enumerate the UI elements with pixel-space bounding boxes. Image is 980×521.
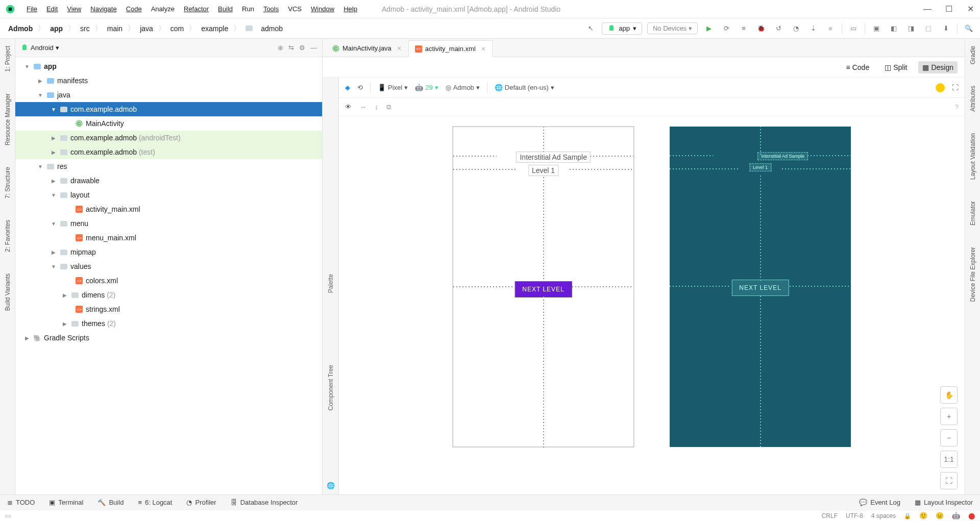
crumb-java[interactable]: java [137, 23, 156, 34]
pan-button[interactable]: ✋ [940, 386, 958, 404]
tree-java[interactable]: ▼java [15, 88, 322, 102]
attach-debugger-icon[interactable]: ⇣ [807, 22, 819, 35]
tree-manifests[interactable]: ▶manifests [15, 73, 322, 88]
crumb-example[interactable]: example [198, 23, 231, 34]
coverage-icon[interactable]: ↺ [772, 22, 785, 35]
project-view-selector[interactable]: Android ▾ [20, 44, 59, 52]
design-preview-light[interactable]: Interstitial Ad Sample Level 1 NEXT LEVE… [453, 127, 634, 447]
tree-package-test[interactable]: ▶com.example.admob(test) [15, 145, 322, 159]
menu-navigate[interactable]: Navigate [86, 4, 120, 14]
tree-colors-xml[interactable]: <>colors.xml [15, 274, 322, 288]
tree-values[interactable]: ▼values [15, 259, 322, 274]
locate-icon[interactable]: ⊕ [278, 44, 283, 52]
rail-emulator[interactable]: Emulator [969, 198, 976, 229]
rail-structure[interactable]: 7: Structure [4, 164, 11, 202]
tree-mipmap[interactable]: ▶mipmap [15, 245, 322, 259]
design-level-text[interactable]: Level 1 [528, 165, 558, 176]
blueprint-title-text[interactable]: Interstitial Ad Sample [757, 152, 808, 160]
view-design[interactable]: ▦Design [918, 61, 958, 73]
avd-manager-icon[interactable]: ▭ [847, 22, 860, 35]
crumb-com[interactable]: com [167, 23, 187, 34]
palette-tab[interactable]: Palette [327, 274, 334, 293]
app-quality-icon[interactable]: ⬚ [922, 22, 935, 35]
rail-project[interactable]: 1: Project [4, 43, 11, 75]
tree-gradle-scripts[interactable]: ▶Gradle Scripts [15, 331, 322, 345]
component-tree-tab[interactable]: Component Tree [327, 365, 334, 410]
tree-menu[interactable]: ▼menu [15, 216, 322, 231]
status-encoding[interactable]: UTF-8 [846, 512, 863, 519]
settings-icon[interactable]: ⚙ [299, 44, 305, 52]
menu-build[interactable]: Build [214, 4, 237, 14]
status-line-ending[interactable]: CRLF [822, 512, 838, 519]
close-button[interactable]: ✕ [966, 5, 975, 14]
theme-selector[interactable]: ◎ Admob ▾ [446, 84, 480, 91]
tree-dimens[interactable]: ▶dimens(2) [15, 288, 322, 302]
tree-menu-main-xml[interactable]: <>menu_main.xml [15, 231, 322, 245]
menu-view[interactable]: View [63, 4, 85, 14]
rail-attributes[interactable]: Attributes [969, 83, 976, 115]
device-selector[interactable]: 📱 Pixel ▾ [378, 84, 408, 91]
rail-build-variants[interactable]: Build Variants [4, 270, 11, 314]
project-tree[interactable]: ▼app ▶manifests ▼java ▼com.example.admob… [15, 57, 322, 494]
menu-vcs[interactable]: VCS [284, 4, 306, 14]
bottom-terminal[interactable]: ▣Terminal [49, 499, 83, 506]
device-selector[interactable]: No Devices ▾ [647, 22, 698, 34]
menu-window[interactable]: Window [307, 4, 338, 14]
tree-main-activity[interactable]: CMainActivity [15, 116, 322, 131]
search-icon[interactable]: 🔍 [963, 22, 975, 35]
pan-left-icon[interactable]: ↔ [360, 103, 366, 111]
crumb-app[interactable]: app [47, 23, 66, 34]
crumb-main[interactable]: main [104, 23, 126, 34]
run-configuration-selector[interactable]: app ▾ [602, 22, 642, 35]
menu-edit[interactable]: Edit [42, 4, 62, 14]
view-options-icon[interactable]: 👁 [345, 103, 352, 111]
magnet-icon[interactable]: ⧉ [386, 103, 391, 111]
rail-layout-validation[interactable]: Layout Validation [969, 130, 976, 183]
tree-res[interactable]: ▼res [15, 159, 322, 173]
tree-strings-xml[interactable]: <>strings.xml [15, 302, 322, 316]
blueprint-level-text[interactable]: Level 1 [749, 163, 771, 171]
gradle-sync-icon[interactable]: ⬇ [940, 22, 952, 35]
crumb-admob[interactable]: admob [258, 23, 286, 34]
help-icon[interactable]: ? [955, 103, 959, 111]
status-icon[interactable]: ▭ [5, 512, 11, 519]
hide-icon[interactable]: — [310, 44, 317, 52]
menu-analyze[interactable]: Analyze [147, 4, 179, 14]
apply-code-icon[interactable]: ≡ [738, 22, 750, 35]
tab-activity-main-xml[interactable]: <> activity_main.xml ✕ [408, 40, 493, 57]
view-split[interactable]: ◫Split [880, 61, 911, 73]
bottom-database-inspector[interactable]: 🗄Database Inspector [231, 499, 298, 506]
maximize-button[interactable]: ☐ [944, 5, 953, 14]
assistant-icon[interactable]: 🤖 [952, 512, 960, 519]
status-indent[interactable]: 4 spaces [871, 512, 896, 519]
menu-tools[interactable]: Tools [259, 4, 283, 14]
tree-package-androidtest[interactable]: ▶com.example.admob(androidTest) [15, 131, 322, 145]
apply-changes-icon[interactable]: ⟳ [720, 22, 732, 35]
tree-package-main[interactable]: ▼com.example.admob [15, 102, 322, 116]
collapse-icon[interactable]: ⇆ [288, 44, 294, 52]
tree-layout[interactable]: ▼layout [15, 188, 322, 202]
debug-button[interactable]: 🐞 [755, 22, 767, 35]
filter-icon[interactable]: ⛶ [952, 84, 959, 91]
close-icon[interactable]: ✕ [397, 45, 402, 52]
globe-icon[interactable]: 🌐 [327, 482, 335, 489]
error-icon[interactable]: ⬤ [968, 512, 975, 519]
minimize-button[interactable]: — [923, 5, 932, 14]
pan-up-icon[interactable]: ↕ [375, 103, 378, 111]
rail-gradle[interactable]: Gradle [969, 43, 976, 67]
bottom-layout-inspector[interactable]: ▦Layout Inspector [915, 499, 973, 506]
zoom-out-button[interactable]: − [940, 429, 958, 446]
design-next-level-button[interactable]: NEXT LEVEL [514, 281, 572, 297]
bottom-profiler[interactable]: ◔Profiler [186, 499, 216, 506]
tab-main-activity[interactable]: C MainActivity.java ✕ [326, 40, 408, 57]
menu-code[interactable]: Code [122, 4, 146, 14]
menu-help[interactable]: Help [339, 4, 361, 14]
rail-favorites[interactable]: 2: Favorites [4, 217, 11, 255]
tree-themes[interactable]: ▶themes(2) [15, 316, 322, 331]
rail-resource-manager[interactable]: Resource Manager [4, 90, 11, 148]
design-preview-blueprint[interactable]: Interstitial Ad Sample Level 1 NEXT LEVE… [670, 127, 851, 447]
face-happy-icon[interactable]: 🙂 [919, 512, 927, 519]
menu-refactor[interactable]: Refactor [180, 4, 213, 14]
view-code[interactable]: ≡Code [842, 61, 874, 73]
rail-device-file-explorer[interactable]: Device File Explorer [969, 244, 976, 305]
